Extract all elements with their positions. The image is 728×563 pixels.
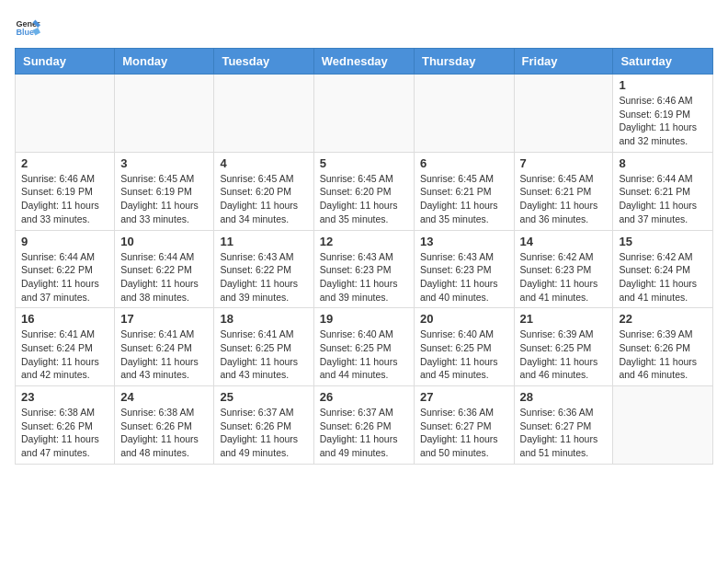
weekday-header: Saturday xyxy=(613,49,713,75)
calendar-week-row: 16Sunrise: 6:41 AM Sunset: 6:24 PM Dayli… xyxy=(16,308,713,386)
day-info: Sunrise: 6:44 AM Sunset: 6:22 PM Dayligh… xyxy=(120,250,208,304)
day-number: 16 xyxy=(21,312,108,326)
calendar-cell: 11Sunrise: 6:43 AM Sunset: 6:22 PM Dayli… xyxy=(214,230,313,308)
day-number: 14 xyxy=(520,235,608,248)
day-info: Sunrise: 6:43 AM Sunset: 6:23 PM Dayligh… xyxy=(320,250,408,304)
weekday-header: Monday xyxy=(115,49,214,75)
day-info: Sunrise: 6:46 AM Sunset: 6:19 PM Dayligh… xyxy=(21,172,108,226)
day-number: 4 xyxy=(220,156,307,170)
day-info: Sunrise: 6:36 AM Sunset: 6:27 PM Dayligh… xyxy=(520,406,608,460)
day-info: Sunrise: 6:39 AM Sunset: 6:26 PM Dayligh… xyxy=(619,327,707,382)
calendar-cell xyxy=(613,386,713,465)
calendar-cell: 17Sunrise: 6:41 AM Sunset: 6:24 PM Dayli… xyxy=(115,308,214,386)
day-info: Sunrise: 6:42 AM Sunset: 6:23 PM Dayligh… xyxy=(520,250,608,304)
day-number: 13 xyxy=(420,235,508,248)
day-info: Sunrise: 6:38 AM Sunset: 6:26 PM Dayligh… xyxy=(120,406,208,460)
calendar-cell: 5Sunrise: 6:45 AM Sunset: 6:20 PM Daylig… xyxy=(313,152,414,230)
day-number: 15 xyxy=(619,235,707,248)
day-info: Sunrise: 6:44 AM Sunset: 6:22 PM Dayligh… xyxy=(21,250,108,304)
day-number: 10 xyxy=(120,235,208,248)
calendar-cell: 20Sunrise: 6:40 AM Sunset: 6:25 PM Dayli… xyxy=(414,308,514,386)
day-info: Sunrise: 6:45 AM Sunset: 6:21 PM Dayligh… xyxy=(420,172,508,226)
day-info: Sunrise: 6:41 AM Sunset: 6:24 PM Dayligh… xyxy=(120,327,208,382)
day-number: 18 xyxy=(220,312,307,326)
day-number: 8 xyxy=(619,156,707,170)
day-info: Sunrise: 6:45 AM Sunset: 6:20 PM Dayligh… xyxy=(320,172,408,226)
day-info: Sunrise: 6:40 AM Sunset: 6:25 PM Dayligh… xyxy=(320,327,408,382)
calendar-cell: 7Sunrise: 6:45 AM Sunset: 6:21 PM Daylig… xyxy=(514,152,613,230)
calendar-cell: 12Sunrise: 6:43 AM Sunset: 6:23 PM Dayli… xyxy=(313,230,414,308)
calendar-cell: 15Sunrise: 6:42 AM Sunset: 6:24 PM Dayli… xyxy=(613,230,713,308)
day-info: Sunrise: 6:40 AM Sunset: 6:25 PM Dayligh… xyxy=(420,327,508,382)
day-info: Sunrise: 6:37 AM Sunset: 6:26 PM Dayligh… xyxy=(220,406,307,460)
calendar-cell: 1Sunrise: 6:46 AM Sunset: 6:19 PM Daylig… xyxy=(613,75,713,153)
weekday-header-row: SundayMondayTuesdayWednesdayThursdayFrid… xyxy=(16,49,713,75)
calendar-cell: 19Sunrise: 6:40 AM Sunset: 6:25 PM Dayli… xyxy=(313,308,414,386)
calendar-cell: 3Sunrise: 6:45 AM Sunset: 6:19 PM Daylig… xyxy=(115,152,214,230)
calendar-week-row: 2Sunrise: 6:46 AM Sunset: 6:19 PM Daylig… xyxy=(16,152,713,230)
calendar-cell: 27Sunrise: 6:36 AM Sunset: 6:27 PM Dayli… xyxy=(414,386,514,465)
weekday-header: Thursday xyxy=(414,49,514,75)
calendar-week-row: 23Sunrise: 6:38 AM Sunset: 6:26 PM Dayli… xyxy=(16,386,713,465)
calendar-cell xyxy=(16,75,115,153)
calendar-cell xyxy=(214,75,313,153)
day-number: 17 xyxy=(120,312,208,326)
svg-text:Blue: Blue xyxy=(16,28,34,37)
day-number: 12 xyxy=(320,235,408,248)
weekday-header: Tuesday xyxy=(214,49,313,75)
calendar-cell: 23Sunrise: 6:38 AM Sunset: 6:26 PM Dayli… xyxy=(16,386,115,465)
calendar-cell: 14Sunrise: 6:42 AM Sunset: 6:23 PM Dayli… xyxy=(514,230,613,308)
calendar-cell: 2Sunrise: 6:46 AM Sunset: 6:19 PM Daylig… xyxy=(16,152,115,230)
calendar-cell: 6Sunrise: 6:45 AM Sunset: 6:21 PM Daylig… xyxy=(414,152,514,230)
day-info: Sunrise: 6:39 AM Sunset: 6:25 PM Dayligh… xyxy=(520,327,608,382)
calendar-week-row: 1Sunrise: 6:46 AM Sunset: 6:19 PM Daylig… xyxy=(16,75,713,153)
calendar: SundayMondayTuesdayWednesdayThursdayFrid… xyxy=(15,48,713,465)
calendar-cell: 13Sunrise: 6:43 AM Sunset: 6:23 PM Dayli… xyxy=(414,230,514,308)
calendar-cell: 18Sunrise: 6:41 AM Sunset: 6:25 PM Dayli… xyxy=(214,308,313,386)
day-info: Sunrise: 6:45 AM Sunset: 6:20 PM Dayligh… xyxy=(220,172,307,226)
calendar-week-row: 9Sunrise: 6:44 AM Sunset: 6:22 PM Daylig… xyxy=(16,230,713,308)
day-number: 5 xyxy=(320,156,408,170)
day-number: 1 xyxy=(619,78,707,92)
day-info: Sunrise: 6:46 AM Sunset: 6:19 PM Dayligh… xyxy=(619,94,707,148)
calendar-cell xyxy=(414,75,514,153)
day-number: 28 xyxy=(520,390,608,404)
day-info: Sunrise: 6:45 AM Sunset: 6:21 PM Dayligh… xyxy=(520,172,608,226)
day-info: Sunrise: 6:37 AM Sunset: 6:26 PM Dayligh… xyxy=(320,406,408,460)
calendar-cell xyxy=(313,75,414,153)
calendar-cell: 16Sunrise: 6:41 AM Sunset: 6:24 PM Dayli… xyxy=(16,308,115,386)
weekday-header: Friday xyxy=(514,49,613,75)
day-number: 7 xyxy=(520,156,608,170)
calendar-cell: 8Sunrise: 6:44 AM Sunset: 6:21 PM Daylig… xyxy=(613,152,713,230)
calendar-cell: 28Sunrise: 6:36 AM Sunset: 6:27 PM Dayli… xyxy=(514,386,613,465)
calendar-cell: 22Sunrise: 6:39 AM Sunset: 6:26 PM Dayli… xyxy=(613,308,713,386)
logo-icon: General Blue xyxy=(15,15,40,40)
day-info: Sunrise: 6:41 AM Sunset: 6:24 PM Dayligh… xyxy=(21,327,108,382)
calendar-cell: 9Sunrise: 6:44 AM Sunset: 6:22 PM Daylig… xyxy=(16,230,115,308)
day-number: 22 xyxy=(619,312,707,326)
calendar-cell xyxy=(514,75,613,153)
day-number: 26 xyxy=(320,390,408,404)
day-number: 21 xyxy=(520,312,608,326)
day-info: Sunrise: 6:41 AM Sunset: 6:25 PM Dayligh… xyxy=(220,327,307,382)
calendar-cell: 21Sunrise: 6:39 AM Sunset: 6:25 PM Dayli… xyxy=(514,308,613,386)
day-number: 3 xyxy=(120,156,208,170)
day-info: Sunrise: 6:43 AM Sunset: 6:23 PM Dayligh… xyxy=(420,250,508,304)
day-number: 9 xyxy=(21,235,108,248)
day-number: 27 xyxy=(420,390,508,404)
header: General Blue xyxy=(15,15,713,40)
day-info: Sunrise: 6:43 AM Sunset: 6:22 PM Dayligh… xyxy=(220,250,307,304)
day-info: Sunrise: 6:44 AM Sunset: 6:21 PM Dayligh… xyxy=(619,172,707,226)
day-number: 24 xyxy=(120,390,208,404)
weekday-header: Wednesday xyxy=(313,49,414,75)
day-number: 19 xyxy=(320,312,408,326)
day-number: 20 xyxy=(420,312,508,326)
calendar-cell: 10Sunrise: 6:44 AM Sunset: 6:22 PM Dayli… xyxy=(115,230,214,308)
calendar-cell: 25Sunrise: 6:37 AM Sunset: 6:26 PM Dayli… xyxy=(214,386,313,465)
logo: General Blue xyxy=(15,15,40,40)
day-info: Sunrise: 6:42 AM Sunset: 6:24 PM Dayligh… xyxy=(619,250,707,304)
day-number: 2 xyxy=(21,156,108,170)
day-number: 25 xyxy=(220,390,307,404)
day-number: 23 xyxy=(21,390,108,404)
day-info: Sunrise: 6:38 AM Sunset: 6:26 PM Dayligh… xyxy=(21,406,108,460)
